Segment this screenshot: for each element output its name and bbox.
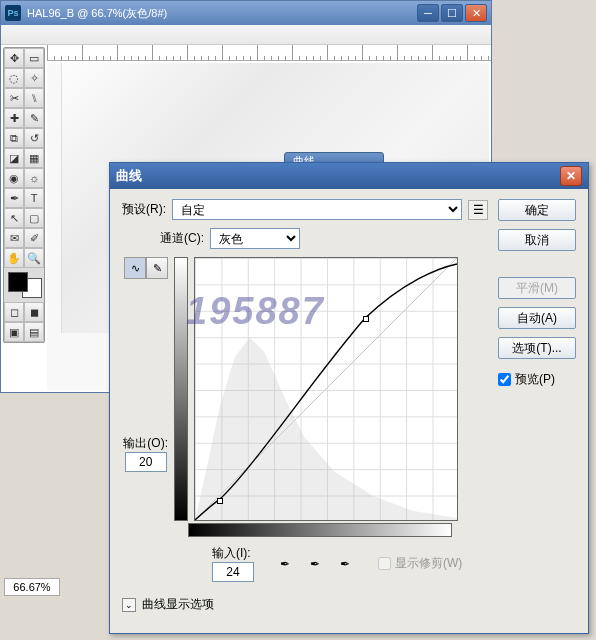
input-input[interactable] — [212, 562, 254, 582]
output-label: 输出(O): — [123, 435, 168, 452]
output-input[interactable] — [125, 452, 167, 472]
dodge-tool[interactable]: ☼ — [24, 168, 44, 188]
preset-label: 预设(R): — [122, 201, 166, 218]
chevron-down-icon: ⌄ — [122, 598, 136, 612]
app-icon: Ps — [5, 5, 21, 21]
eraser-tool[interactable]: ◪ — [4, 148, 24, 168]
curve-handle-1[interactable] — [217, 498, 223, 504]
channel-label: 通道(C): — [160, 230, 204, 247]
window-title: HAL96_B @ 66.7%(灰色/8#) — [27, 6, 417, 21]
curve-handle-2[interactable] — [363, 316, 369, 322]
lasso-tool[interactable]: ◌ — [4, 68, 24, 88]
eyedropper-black-icon[interactable]: ✒ — [276, 555, 294, 573]
stamp-tool[interactable]: ⧉ — [4, 128, 24, 148]
shape-tool[interactable]: ▢ — [24, 208, 44, 228]
options-button[interactable]: 选项(T)... — [498, 337, 576, 359]
marquee-tool[interactable]: ▭ — [24, 48, 44, 68]
type-tool[interactable]: T — [24, 188, 44, 208]
hand-tool[interactable]: ✋ — [4, 248, 24, 268]
color-swatches[interactable] — [8, 272, 42, 298]
toolbox: ✥▭ ◌✧ ✂⑊ ✚✎ ⧉↺ ◪▦ ◉☼ ✒T ↖▢ ✉✐ ✋🔍 ◻◼ ▣▤ — [3, 47, 45, 343]
crop-tool[interactable]: ✂ — [4, 88, 24, 108]
preview-checkbox[interactable]: 预览(P) — [498, 371, 576, 388]
eyedropper-tool[interactable]: ✐ — [24, 228, 44, 248]
zoom-tool[interactable]: 🔍 — [24, 248, 44, 268]
move-tool[interactable]: ✥ — [4, 48, 24, 68]
curve-point-tool[interactable]: ∿ — [124, 257, 146, 279]
watermark-text: 195887 — [186, 290, 325, 333]
dialog-titlebar[interactable]: 曲线 ✕ — [110, 163, 588, 189]
quickmask-off[interactable]: ◻ — [4, 302, 24, 322]
preset-select[interactable]: 自定 — [172, 199, 462, 220]
menubar[interactable] — [1, 25, 491, 45]
clipping-check — [378, 557, 391, 570]
preset-menu-icon[interactable]: ☰ — [468, 200, 488, 220]
ruler-horizontal[interactable] — [47, 45, 491, 61]
screenmode-2[interactable]: ▤ — [24, 322, 44, 342]
path-tool[interactable]: ↖ — [4, 208, 24, 228]
curve-draw-tool[interactable]: ✎ — [146, 257, 168, 279]
close-button[interactable]: ✕ — [465, 4, 487, 22]
smooth-button: 平滑(M) — [498, 277, 576, 299]
maximize-button[interactable]: ☐ — [441, 4, 463, 22]
slice-tool[interactable]: ⑊ — [24, 88, 44, 108]
screenmode-1[interactable]: ▣ — [4, 322, 24, 342]
ok-button[interactable]: 确定 — [498, 199, 576, 221]
input-label: 输入(I): — [212, 545, 254, 562]
channel-select[interactable]: 灰色 — [210, 228, 300, 249]
cancel-button[interactable]: 取消 — [498, 229, 576, 251]
eyedropper-white-icon[interactable]: ✒ — [336, 555, 354, 573]
notes-tool[interactable]: ✉ — [4, 228, 24, 248]
gradient-horizontal — [188, 523, 452, 537]
display-options-disclosure[interactable]: ⌄ 曲线显示选项 — [122, 596, 488, 613]
zoom-indicator[interactable]: 66.67% — [4, 578, 60, 596]
preview-check[interactable] — [498, 373, 511, 386]
wand-tool[interactable]: ✧ — [24, 68, 44, 88]
auto-button[interactable]: 自动(A) — [498, 307, 576, 329]
show-clipping-checkbox[interactable]: 显示修剪(W) — [378, 555, 462, 572]
brush-tool[interactable]: ✎ — [24, 108, 44, 128]
eyedropper-gray-icon[interactable]: ✒ — [306, 555, 324, 573]
pen-tool[interactable]: ✒ — [4, 188, 24, 208]
curves-dialog: 曲线 ✕ 预设(R): 自定 ☰ 通道(C): 灰色 ∿ ✎ — [109, 162, 589, 634]
titlebar[interactable]: Ps HAL96_B @ 66.7%(灰色/8#) ─ ☐ ✕ — [1, 1, 491, 25]
blur-tool[interactable]: ◉ — [4, 168, 24, 188]
heal-tool[interactable]: ✚ — [4, 108, 24, 128]
gradient-tool[interactable]: ▦ — [24, 148, 44, 168]
dialog-title: 曲线 — [116, 167, 560, 185]
minimize-button[interactable]: ─ — [417, 4, 439, 22]
history-brush-tool[interactable]: ↺ — [24, 128, 44, 148]
dialog-close-button[interactable]: ✕ — [560, 166, 582, 186]
quickmask-on[interactable]: ◼ — [24, 302, 44, 322]
